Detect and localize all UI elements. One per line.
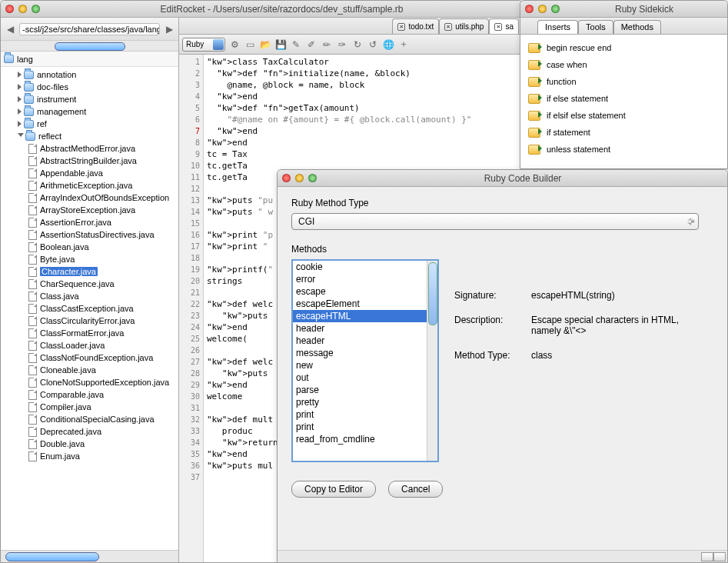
tree-file[interactable]: Boolean.java (4, 241, 178, 253)
tree-file[interactable]: ArrayIndexOutOfBoundsException (4, 192, 178, 204)
insert-item[interactable]: if statement (524, 124, 724, 141)
close-icon[interactable] (525, 5, 534, 13)
plus-icon[interactable]: ＋ (397, 38, 410, 51)
copy-to-editor-button[interactable]: Copy to Editor (291, 481, 376, 498)
method-option[interactable]: escapeHTML (293, 310, 427, 322)
tree-file[interactable]: CloneNotSupportedException.java (4, 376, 178, 388)
minimize-icon[interactable] (18, 5, 27, 13)
close-tab-icon[interactable]: × (397, 23, 405, 31)
wand-icon[interactable]: ✎ (290, 38, 302, 51)
tree-file[interactable]: Double.java (4, 438, 178, 450)
method-option[interactable]: escape (293, 285, 427, 298)
method-option[interactable]: header (293, 322, 427, 335)
sidekick-tab[interactable]: Tools (578, 20, 613, 34)
tree-file[interactable]: AssertionStatusDirectives.java (4, 228, 178, 241)
builder-hscrollbar[interactable] (278, 550, 727, 562)
root-folder-row[interactable]: lang (1, 52, 178, 67)
tree-file[interactable]: Comparable.java (4, 388, 178, 401)
sidekick-tab[interactable]: Methods (613, 20, 661, 34)
tree-folder[interactable]: ref (4, 118, 178, 130)
method-option[interactable]: pretty (293, 396, 427, 408)
nav-fwd-icon[interactable]: ▶ (163, 23, 175, 35)
method-option[interactable]: parse (293, 384, 427, 396)
zoom-icon[interactable] (32, 5, 40, 13)
tree-folder[interactable]: instrument (4, 93, 178, 105)
tree-file[interactable]: CharSequence.java (4, 278, 178, 290)
tree-hscrollbar[interactable] (1, 550, 178, 562)
nav-back-icon[interactable]: ◀ (4, 23, 16, 35)
zoom-icon[interactable] (308, 174, 317, 182)
tree-file[interactable]: AbstractMethodError.java (4, 142, 178, 155)
method-option[interactable]: read_from_cmdline (293, 433, 427, 445)
tree-file[interactable]: Enum.java (4, 450, 178, 462)
insert-item[interactable]: function (524, 73, 724, 90)
insert-item[interactable]: begin rescue end (524, 39, 724, 56)
disclosure-icon[interactable] (18, 108, 22, 115)
file-tree[interactable]: annotationdoc-filesinstrumentmanagementr… (1, 67, 178, 550)
tree-file[interactable]: Deprecated.java (4, 425, 178, 438)
tree-folder[interactable]: annotation (4, 68, 178, 81)
tree-file[interactable]: ClassFormatError.java (4, 327, 178, 339)
close-icon[interactable] (282, 174, 291, 182)
tool-icon[interactable]: ⚙ (228, 38, 241, 51)
open-icon[interactable]: 📂 (259, 38, 271, 51)
disclosure-icon[interactable] (18, 121, 22, 127)
disclosure-icon[interactable] (18, 133, 24, 140)
method-option[interactable]: cookie (293, 261, 427, 273)
tree-file[interactable]: AssertionError.java (4, 216, 178, 228)
method-option[interactable]: message (293, 347, 427, 359)
method-type-select[interactable]: CGI (291, 213, 699, 230)
tree-file[interactable]: Cloneable.java (4, 364, 178, 376)
tree-file[interactable]: ArithmeticException.java (4, 179, 178, 192)
new-file-icon[interactable]: ▭ (244, 38, 256, 51)
wand2-icon[interactable]: ✐ (305, 38, 317, 51)
sidekick-tab[interactable]: Inserts (537, 20, 578, 34)
save-icon[interactable]: 💾 (274, 38, 287, 51)
path-field[interactable]: -scsl/j2se/src/share/classes/java/lang (19, 23, 160, 35)
globe-icon[interactable]: 🌐 (382, 38, 394, 51)
minimize-icon[interactable] (295, 174, 304, 182)
methods-listbox[interactable]: cookieerrorescapeescapeElementescapeHTML… (291, 259, 439, 462)
tree-file[interactable]: Appendable.java (4, 167, 178, 179)
editor-tab[interactable]: ×utils.php (439, 18, 489, 34)
tree-file[interactable]: ClassNotFoundException.java (4, 351, 178, 364)
method-option[interactable]: error (293, 273, 427, 285)
insert-item[interactable]: if else statement (524, 90, 724, 107)
close-tab-icon[interactable]: × (444, 23, 452, 31)
listbox-scrollbar[interactable] (427, 261, 437, 461)
language-select[interactable]: Ruby (182, 38, 225, 52)
method-option[interactable]: out (293, 371, 427, 384)
tree-file[interactable]: ArrayStoreException.java (4, 204, 178, 216)
close-tab-icon[interactable]: × (494, 23, 502, 31)
tree-file[interactable]: ClassCastException.java (4, 302, 178, 315)
tree-folder[interactable]: reflect (4, 130, 178, 142)
method-option[interactable]: print (293, 408, 427, 421)
insert-item[interactable]: unless statement (524, 141, 724, 158)
tree-file[interactable]: AbstractStringBuilder.java (4, 155, 178, 167)
method-option[interactable]: new (293, 359, 427, 371)
path-scrollbar[interactable] (1, 41, 178, 52)
method-option[interactable]: escapeElement (293, 298, 427, 310)
close-icon[interactable] (5, 5, 14, 13)
tree-file[interactable]: Compiler.java (4, 401, 178, 413)
wand3-icon[interactable]: ✏ (321, 38, 333, 51)
method-option[interactable]: header (293, 335, 427, 347)
insert-item[interactable]: if elsif else statement (524, 107, 724, 124)
refresh-icon[interactable]: ↻ (351, 38, 364, 51)
minimize-icon[interactable] (538, 5, 547, 13)
disclosure-icon[interactable] (18, 84, 22, 90)
tree-folder[interactable]: doc-files (4, 81, 178, 93)
redo-icon[interactable]: ↺ (367, 38, 379, 51)
tree-folder[interactable]: management (4, 105, 178, 118)
cancel-button[interactable]: Cancel (388, 481, 443, 498)
disclosure-icon[interactable] (18, 72, 22, 78)
disclosure-icon[interactable] (18, 96, 22, 102)
insert-item[interactable]: case when (524, 56, 724, 73)
tree-file[interactable]: Class.java (4, 290, 178, 302)
wand4-icon[interactable]: ✑ (336, 38, 348, 51)
tree-file[interactable]: ConditionalSpecialCasing.java (4, 413, 178, 425)
method-option[interactable]: print (293, 421, 427, 433)
editor-tab[interactable]: ×sa (489, 18, 519, 34)
tree-file[interactable]: ClassLoader.java (4, 339, 178, 351)
editor-tab[interactable]: ×todo.txt (392, 18, 439, 34)
